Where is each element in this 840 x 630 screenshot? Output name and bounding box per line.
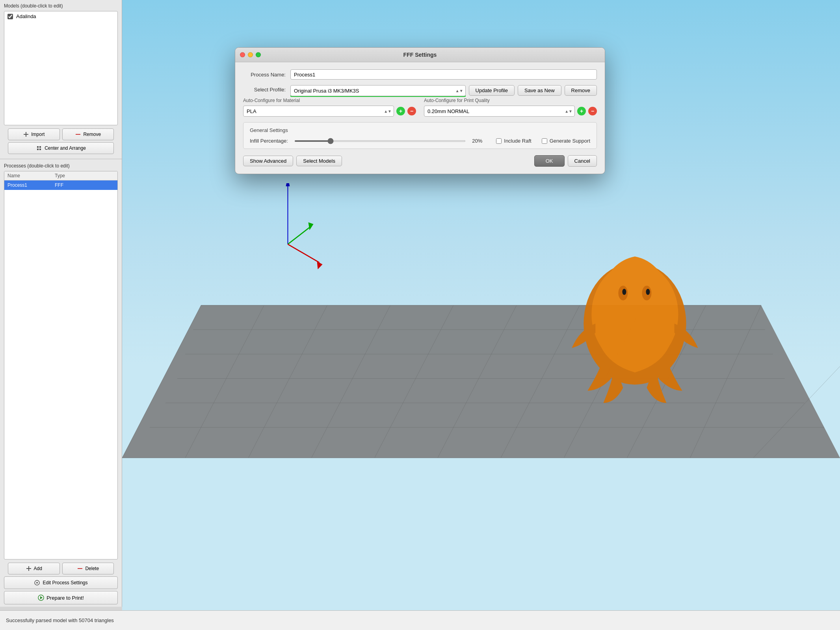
status-message: Successfully parsed model with 50704 tri…: [6, 617, 114, 623]
auto-configure-quality: Auto-Configure for Print Quality 0.20mm …: [424, 98, 597, 117]
material-select[interactable]: PLA: [243, 106, 394, 117]
cancel-button[interactable]: Cancel: [568, 155, 597, 167]
process-name-row: Process Name:: [243, 69, 597, 80]
remove-profile-button[interactable]: Remove: [565, 85, 597, 96]
update-profile-button[interactable]: Update Profile: [469, 85, 515, 96]
quality-row: 0.20mm NORMAL ▲▼ + −: [424, 106, 597, 117]
auto-configure-material-label: Auto-Configure for Material: [243, 98, 416, 103]
ok-button[interactable]: OK: [534, 155, 565, 167]
general-settings-title: General Settings: [250, 127, 590, 133]
process-name-label: Process Name:: [243, 72, 290, 78]
quality-select[interactable]: 0.20mm NORMAL: [424, 106, 575, 117]
infill-slider[interactable]: [294, 140, 466, 142]
dialog-body: Process Name: Select Profile: Original P…: [235, 62, 605, 174]
profile-select[interactable]: Original Prusa i3 MK3/MK3S: [290, 85, 466, 96]
fff-settings-dialog: FFF Settings Process Name: Select Profil…: [235, 47, 605, 174]
dialog-title: FFF Settings: [403, 52, 437, 58]
dialog-footer: Show Advanced Select Models OK Cancel: [243, 155, 597, 167]
auto-configure-material: Auto-Configure for Material PLA ▲▼ + −: [243, 98, 416, 117]
infill-label: Infill Percentage:: [250, 138, 288, 144]
save-as-new-button[interactable]: Save as New: [518, 85, 561, 96]
material-row: PLA ▲▼ + −: [243, 106, 416, 117]
select-models-button[interactable]: Select Models: [296, 156, 342, 166]
material-remove-button[interactable]: −: [407, 107, 416, 115]
infill-value: 20%: [472, 138, 486, 144]
quality-add-button[interactable]: +: [577, 107, 586, 115]
quality-remove-button[interactable]: −: [588, 107, 597, 115]
footer-left: Show Advanced Select Models: [243, 156, 342, 166]
process-name-input[interactable]: [290, 69, 597, 80]
show-advanced-button[interactable]: Show Advanced: [243, 156, 293, 166]
maximize-button[interactable]: [256, 52, 261, 58]
minimize-button[interactable]: [248, 52, 253, 58]
generate-support-group: Generate Support: [542, 138, 590, 144]
traffic-lights: [240, 52, 261, 58]
infill-row: Infill Percentage: 20% Include Raft Gene…: [250, 138, 590, 144]
auto-configure-quality-label: Auto-Configure for Print Quality: [424, 98, 597, 103]
status-bar: Successfully parsed model with 50704 tri…: [0, 610, 840, 630]
general-settings-section: General Settings Infill Percentage: 20% …: [243, 122, 597, 149]
generate-support-checkbox[interactable]: [542, 138, 547, 144]
dialog-titlebar: FFF Settings: [235, 48, 605, 62]
footer-right: OK Cancel: [534, 155, 597, 167]
generate-support-label: Generate Support: [550, 138, 590, 144]
material-select-wrapper: PLA ▲▼: [243, 106, 394, 117]
auto-configure-section: Auto-Configure for Material PLA ▲▼ + −: [243, 98, 597, 117]
close-button[interactable]: [240, 52, 245, 58]
select-profile-label: Select Profile:: [243, 85, 290, 93]
select-profile-row: Select Profile: Original Prusa i3 MK3/MK…: [243, 85, 597, 97]
include-raft-group: Include Raft: [496, 138, 531, 144]
dialog-overlay: FFF Settings Process Name: Select Profil…: [0, 0, 840, 630]
quality-select-wrapper: 0.20mm NORMAL ▲▼: [424, 106, 575, 117]
material-add-button[interactable]: +: [396, 107, 405, 115]
include-raft-checkbox[interactable]: [496, 138, 502, 144]
include-raft-label: Include Raft: [504, 138, 531, 144]
